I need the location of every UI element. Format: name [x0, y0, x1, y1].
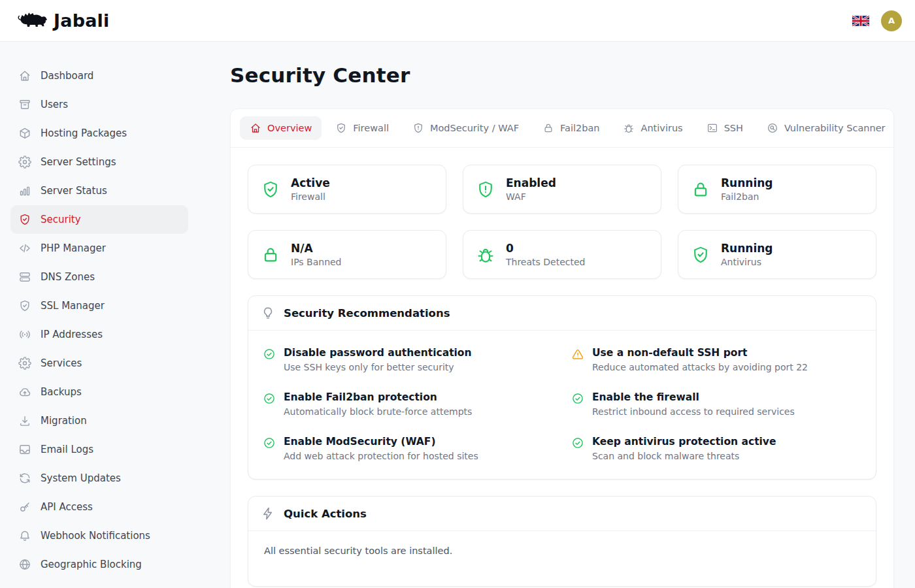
security-tabs: Overview Firewall ModSecurity / WAF Fail… [231, 109, 893, 148]
status-label: Fail2ban [721, 191, 773, 202]
tab-label: Firewall [353, 123, 389, 133]
sidebar-item-label: Migration [41, 415, 87, 427]
security-panel: Overview Firewall ModSecurity / WAF Fail… [230, 108, 894, 588]
recommendation-title: Disable password authentication [284, 347, 472, 359]
status-value: 0 [506, 242, 585, 255]
sidebar-item-server-status[interactable]: Server Status [10, 176, 188, 205]
sidebar-item-label: Dashboard [41, 70, 93, 82]
sidebar-item-label: System Updates [41, 472, 121, 484]
gear-icon [18, 155, 31, 169]
boar-icon [16, 10, 47, 32]
sidebar-item-label: Backups [41, 386, 82, 398]
key-icon [18, 500, 31, 514]
uk-flag-icon[interactable] [852, 15, 869, 27]
brand[interactable]: Jabali [16, 10, 110, 32]
tab-label: Fail2ban [560, 123, 599, 133]
quick-actions-message: All essential security tools are install… [248, 531, 876, 586]
tab-fail2ban[interactable]: Fail2ban [533, 116, 609, 140]
sidebar-item-email-logs[interactable]: Email Logs [10, 435, 188, 464]
refresh-icon [18, 472, 31, 485]
shield-exclamation-icon [476, 180, 495, 199]
home-icon [250, 122, 261, 134]
bug-icon [476, 245, 495, 265]
check-circle-icon [263, 392, 276, 405]
sidebar-item-label: Services [41, 357, 82, 369]
status-card-antivirus: RunningAntivirus [678, 230, 876, 279]
status-value: Running [721, 242, 773, 255]
sidebar-item-services[interactable]: Services [10, 349, 188, 378]
status-label: IPs Banned [291, 257, 342, 267]
recommendation-subtitle: Automatically block brute-force attempts [284, 406, 472, 417]
tab-antivirus[interactable]: Antivirus [613, 116, 692, 140]
status-card-grid: ActiveFirewall EnabledWAF RunningFail2ba… [248, 165, 876, 279]
cloud-upload-icon [18, 385, 31, 399]
tab-label: Antivirus [640, 123, 682, 133]
section-header: Quick Actions [248, 497, 876, 531]
sidebar-item-api-access[interactable]: API Access [10, 493, 188, 521]
tab-overview[interactable]: Overview [240, 116, 322, 140]
sidebar: Dashboard Users Hosting Packages Server … [0, 42, 199, 588]
tab-label: Vulnerability Scanner [784, 123, 886, 133]
quick-actions-card: Quick Actions All essential security too… [248, 496, 876, 587]
tab-vulnerability-scanner[interactable]: Vulnerability Scanner [757, 116, 895, 140]
sidebar-item-server-settings[interactable]: Server Settings [10, 148, 188, 176]
sidebar-item-dashboard[interactable]: Dashboard [10, 61, 188, 90]
tab-label: Overview [267, 123, 312, 133]
sidebar-item-label: Webhook Notifications [41, 530, 150, 542]
page-title: Security Center [230, 63, 894, 87]
shield-exclamation-icon [412, 122, 424, 134]
sidebar-item-security[interactable]: Security [10, 205, 188, 234]
sidebar-item-hosting-packages[interactable]: Hosting Packages [10, 119, 188, 148]
lock-icon [691, 180, 710, 199]
status-card-fail2ban: RunningFail2ban [678, 165, 876, 214]
bug-icon [623, 122, 635, 134]
recommendation-item: Enable ModSecurity (WAF)Add web attack p… [263, 436, 553, 461]
broadcast-icon [18, 328, 31, 341]
sidebar-item-backups[interactable]: Backups [10, 378, 188, 406]
section-title: Quick Actions [284, 508, 367, 520]
recommendation-item: Disable password authenticationUse SSH k… [263, 347, 553, 372]
status-value: N/A [291, 242, 342, 255]
sidebar-item-label: SSL Manager [41, 300, 105, 312]
sidebar-item-label: Server Status [41, 185, 107, 197]
sidebar-item-ip-addresses[interactable]: IP Addresses [10, 320, 188, 349]
sidebar-item-php-manager[interactable]: PHP Manager [10, 234, 188, 263]
section-header: Security Recommendations [248, 296, 876, 331]
recommendation-title: Enable the firewall [592, 391, 795, 403]
status-card-waf: EnabledWAF [463, 165, 661, 214]
status-label: Antivirus [721, 257, 773, 267]
server-stack-icon [18, 270, 31, 284]
gear-icon [18, 357, 31, 370]
inbox-icon [18, 443, 31, 456]
status-card-firewall: ActiveFirewall [248, 165, 446, 214]
recommendation-title: Enable Fail2ban protection [284, 391, 472, 403]
sidebar-item-users[interactable]: Users [10, 90, 188, 119]
tab-ssh[interactable]: SSH [697, 116, 753, 140]
tab-label: SSH [724, 123, 743, 133]
top-bar: Jabali A [0, 0, 915, 42]
lock-icon [542, 122, 554, 134]
recommendation-subtitle: Reduce automated attacks by avoiding por… [592, 362, 808, 372]
recommendation-title: Enable ModSecurity (WAF) [284, 436, 478, 448]
sidebar-item-system-updates[interactable]: System Updates [10, 464, 188, 493]
search-circle-icon [767, 122, 778, 134]
sidebar-item-label: Hosting Packages [41, 127, 127, 139]
tab-firewall[interactable]: Firewall [325, 116, 399, 140]
status-value: Enabled [506, 176, 556, 189]
sidebar-item-migration[interactable]: Migration [10, 406, 188, 435]
recommendation-item: Enable Fail2ban protectionAutomatically … [263, 391, 553, 417]
tab-modsecurity-waf[interactable]: ModSecurity / WAF [403, 116, 529, 140]
sidebar-item-dns-zones[interactable]: DNS Zones [10, 263, 188, 291]
recommendation-list: Disable password authenticationUse SSH k… [248, 331, 876, 479]
lightning-icon [261, 506, 275, 521]
sidebar-item-geographic-blocking[interactable]: Geographic Blocking [10, 550, 188, 579]
terminal-icon [707, 122, 718, 134]
sidebar-item-label: Security [41, 214, 81, 225]
check-circle-icon [263, 436, 276, 449]
code-icon [18, 242, 31, 255]
sidebar-item-webhook-notifications[interactable]: Webhook Notifications [10, 521, 188, 550]
recommendation-subtitle: Restrict inbound access to required serv… [592, 406, 795, 417]
sidebar-item-ssl-manager[interactable]: SSL Manager [10, 291, 188, 320]
shield-check-icon [691, 245, 710, 265]
user-avatar[interactable]: A [881, 10, 902, 31]
